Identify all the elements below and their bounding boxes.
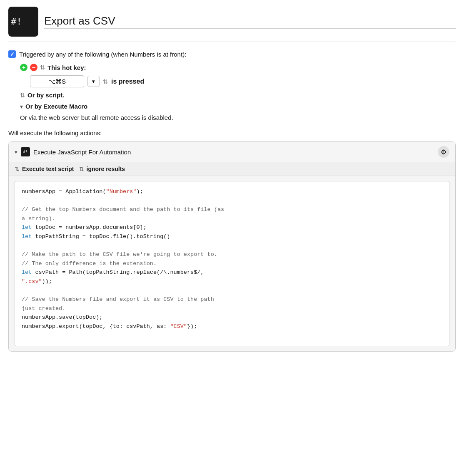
hotkey-section: ⇅ This hot key: ▾ ⇅ is pressed xyxy=(20,64,456,87)
action-header-left: ▾ #! Execute JavaScript For Automation xyxy=(15,147,131,156)
trigger-label: Triggered by any of the following (when … xyxy=(19,51,186,58)
code-comment-2: // Make the path to the CSV file we're g… xyxy=(22,251,217,267)
or-by-execute-row: ▾ Or by Execute Macro xyxy=(20,103,456,110)
hotkey-dropdown-arrow: ▾ xyxy=(92,78,95,84)
sort-icon[interactable]: ⇅ xyxy=(40,64,45,71)
script-type-dropdown[interactable]: Execute text script xyxy=(22,166,74,172)
or-by-script-label: Or by script. xyxy=(27,92,64,99)
web-server-label: Or via the web server but all remote acc… xyxy=(20,114,173,121)
script-type-label: Execute text script xyxy=(22,166,74,172)
code-line-4: let csvPath = Path(topPathString.replace… xyxy=(22,269,204,285)
pressed-sort-icon[interactable]: ⇅ xyxy=(103,78,108,85)
ignore-label: ignore results xyxy=(87,166,125,172)
trigger-checkbox-row: Triggered by any of the following (when … xyxy=(8,50,456,58)
action-icon-label: #! xyxy=(23,150,28,154)
code-line-3: let topPathString = topDoc.file().toStri… xyxy=(22,233,170,240)
execute-expand-icon[interactable]: ▾ xyxy=(20,103,23,110)
code-line-6: numbersApp.export(topDoc, {to: csvPath, … xyxy=(22,323,197,330)
hotkey-label: This hot key: xyxy=(47,64,86,71)
code-comment-3: // Save the Numbers file and export it a… xyxy=(22,296,214,312)
hotkey-input[interactable] xyxy=(30,75,84,87)
code-line-5: numbersApp.save(topDoc); xyxy=(22,314,102,320)
remove-hotkey-button[interactable] xyxy=(30,64,37,71)
will-execute-label: Will execute the following actions: xyxy=(8,129,456,136)
app-icon-label: #! xyxy=(11,17,22,26)
hotkey-header-row: ⇅ This hot key: xyxy=(20,64,456,71)
gear-icon[interactable]: ⚙ xyxy=(438,146,449,158)
action-icon: #! xyxy=(21,147,30,156)
hotkey-dropdown[interactable]: ▾ xyxy=(87,76,100,87)
is-pressed-label: is pressed xyxy=(111,78,144,85)
script-expand-icon[interactable]: ⇅ xyxy=(20,92,25,99)
header-row: #! xyxy=(8,7,456,42)
trigger-checkbox[interactable] xyxy=(8,50,16,58)
action-collapse-icon[interactable]: ▾ xyxy=(15,149,17,155)
hotkey-input-row: ▾ ⇅ is pressed xyxy=(30,75,456,87)
page-container: #! Triggered by any of the following (wh… xyxy=(0,0,464,360)
code-comment-1: // Get the top Numbers document and the … xyxy=(22,206,224,222)
trigger-section: Triggered by any of the following (when … xyxy=(8,50,456,121)
or-by-script-row: ⇅ Or by script. xyxy=(20,92,456,99)
action-header: ▾ #! Execute JavaScript For Automation ⚙ xyxy=(9,142,455,162)
code-line-2: let topDoc = numbersApp.documents[0]; xyxy=(22,224,147,231)
web-server-row: Or via the web server but all remote acc… xyxy=(20,114,456,121)
app-icon: #! xyxy=(8,7,38,37)
macro-title-input[interactable] xyxy=(44,15,456,29)
or-by-execute-label: Or by Execute Macro xyxy=(25,103,87,110)
action-title: Execute JavaScript For Automation xyxy=(33,149,131,156)
add-hotkey-button[interactable] xyxy=(20,64,27,71)
code-editor[interactable]: numbersApp = Application("Numbers"); // … xyxy=(15,181,449,346)
action-block: ▾ #! Execute JavaScript For Automation ⚙… xyxy=(8,141,456,352)
ignore-dropdown[interactable]: ignore results xyxy=(87,166,125,172)
code-line-1: numbersApp = Application("Numbers"); xyxy=(22,188,143,195)
action-subheader: ⇅ Execute text script ⇅ ignore results xyxy=(9,162,455,176)
script-type-expand-icon[interactable]: ⇅ xyxy=(15,166,20,172)
ignore-expand-icon[interactable]: ⇅ xyxy=(79,166,84,172)
